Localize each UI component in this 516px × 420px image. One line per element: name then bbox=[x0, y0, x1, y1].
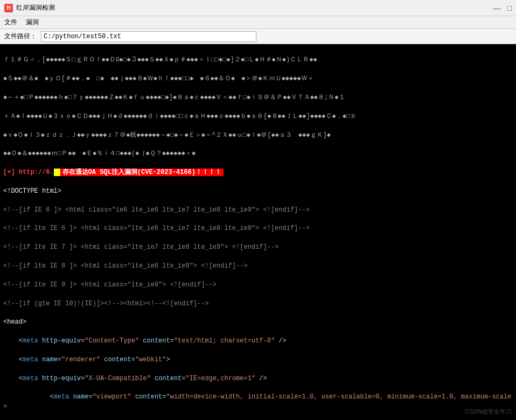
content-line: <meta http-equiv="Content-Type" content=… bbox=[3, 337, 513, 346]
content-line: [+] http://6. 存在通达OA SQL注入漏洞(CVE-2023-41… bbox=[3, 168, 513, 177]
content-line: <!--[if lte IE 6 ]> <html class="lte_ie6… bbox=[3, 224, 513, 233]
title-controls[interactable]: — □ bbox=[493, 4, 512, 12]
toolbar: 文件路径： bbox=[0, 29, 516, 44]
content-line: <head> bbox=[3, 318, 513, 327]
content-line: <meta http-equiv="X-UA-Compatible" conte… bbox=[3, 374, 513, 383]
minimize-button[interactable]: — bbox=[493, 4, 501, 12]
app-icon: H bbox=[4, 4, 13, 12]
title-bar: H 红岸漏洞检测 — □ bbox=[0, 0, 516, 16]
filepath-input[interactable] bbox=[41, 31, 256, 42]
content-line: <!--[if lte IE 9 ]> <html class="lte_ie9… bbox=[3, 281, 513, 290]
content-line: ◆～＋◆□Ｐ◆◆◆◆◆◆ｈ◆□７ｙ◆◆◆◆◆◆Ｚ◆◆Ｋ◆ｆｕ◆◆◆◆□◆]◆８ａ… bbox=[3, 93, 513, 102]
content-line: ◆◆Ｏ◆＆◆◆◆◆◆◆ｍ□Ｐ◆◆ ◆Ｅ◆％ｉ４□◆◆◆(◆｛◆Ｑ？◆◆◆◆◆◆＜… bbox=[3, 149, 513, 158]
filepath-label: 文件路径： bbox=[4, 32, 37, 41]
menu-bar: 文件 漏洞 bbox=[0, 16, 516, 29]
content-line: <meta name="renderer" content="webkit"> bbox=[3, 355, 513, 365]
content-line: ＋Ａ◆Ｉ◆◆◆◆Ｕ◆３ｘｏ◆ＣＤ◆◆◆ｊＨ◆ｄ◆◆◆◆◆◆ｄｉ◆◆◆◆□□ｃ◆ａ… bbox=[3, 112, 513, 121]
main-content[interactable]: ｆ１＃Ｇ＜，[◆◆◆◆◆Ｓ□ｇＲＯＩ◆◆Ｄﾛ◆□◆３◆◆◆Ｓ◆◆Ｘ◆ｐ＃◆◆◆＜… bbox=[0, 44, 516, 420]
content-line: <!--[if lte IE 7 ]> <html class="lte_ie7… bbox=[3, 243, 513, 252]
content-line: <!DOCTYPE html> bbox=[3, 187, 513, 196]
watermark: CSDN@安全牛刀 bbox=[465, 408, 512, 416]
content-line: <!--[if IE 6 ]> <html class="ie6 lte_ie6… bbox=[3, 206, 513, 215]
menu-item-vuln[interactable]: 漏洞 bbox=[26, 18, 39, 27]
title-left: H 红岸漏洞检测 bbox=[4, 3, 55, 12]
content-line: <!--[if lte IE 8 ]> <html class="lte_ie8… bbox=[3, 262, 513, 271]
content-line: ◆ｖ◆Ｏ◆Ｉ３◆ｚｄｚ．Ｊ◆◆ｙ◆◆◆◆ｚ７＠◆栈◆◆◆◆◆◆～◆□◆～◆Ｅ＞◆… bbox=[3, 131, 513, 140]
content-line: <meta name="viewport" content="width=dev… bbox=[3, 393, 513, 411]
content-line: ｆ１＃Ｇ＜，[◆◆◆◆◆Ｓ□ｇＲＯＩ◆◆Ｄﾛ◆□◆３◆◆◆Ｓ◆◆Ｘ◆ｐ＃◆◆◆＜… bbox=[3, 55, 513, 65]
menu-item-file[interactable]: 文件 bbox=[4, 18, 17, 27]
content-line: ◆５◆◆＠＆◆ ◆ｙＯ[＃◆◆．◆ □◆ ◆◆ｊ◆◆◆８◆Ｗ◆ｈ！◆◆◆□□◆ … bbox=[3, 74, 513, 83]
maximize-button[interactable]: □ bbox=[507, 4, 512, 12]
content-line: <!--[if (gte IE 10)!(IE)]><!--><html><!-… bbox=[3, 299, 513, 309]
app-title: 红岸漏洞检测 bbox=[16, 3, 55, 12]
